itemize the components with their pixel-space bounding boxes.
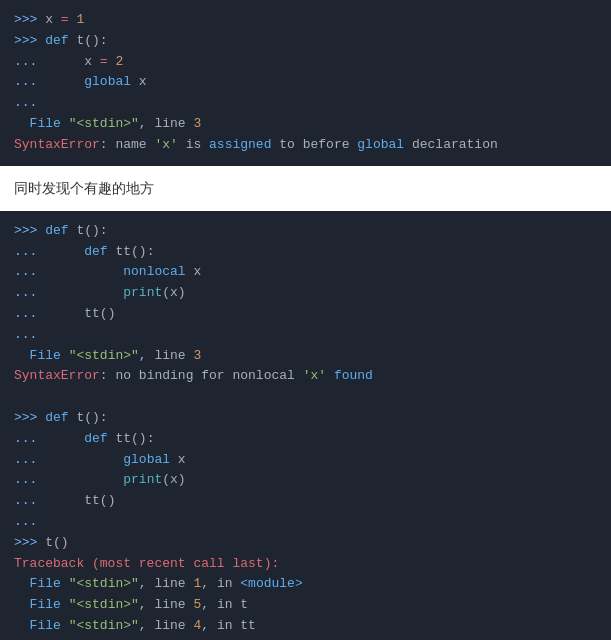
code-token: SyntaxError (14, 137, 100, 152)
code-token: t() (45, 535, 68, 550)
code-token: def (45, 410, 68, 425)
code-token: File (30, 116, 61, 131)
code-token (45, 472, 123, 487)
code-token: ... (14, 244, 45, 259)
code-token: is (178, 137, 209, 152)
code-token: "<stdin>" (69, 348, 139, 363)
code-token: 1 (69, 12, 85, 27)
code-token: Traceback (most recent call last): (14, 556, 279, 571)
code-token: , in tt (201, 618, 256, 633)
code-token: tt(): (108, 431, 155, 446)
code-token (61, 116, 69, 131)
code-token (61, 348, 69, 363)
code-token: 'x' (154, 137, 177, 152)
white-section-1: 同时发现个有趣的地方 (0, 166, 611, 211)
code-token: , line (139, 348, 194, 363)
code-block-2: >>> def t():... def tt():... nonlocal x.… (0, 211, 611, 640)
code-token: global (84, 74, 131, 89)
code-token: File (30, 618, 61, 633)
code-token: x (45, 54, 100, 69)
code-token (326, 368, 334, 383)
code-token: print (123, 472, 162, 487)
code-token (61, 618, 69, 633)
code-token: nonlocal (123, 264, 185, 279)
code-token: >>> (14, 223, 45, 238)
code-token: assigned (209, 137, 271, 152)
code-token: ... (14, 431, 45, 446)
code-token: = (61, 12, 69, 27)
code-token: 3 (193, 348, 201, 363)
code-token: : name (100, 137, 155, 152)
code-token: , line (139, 576, 194, 591)
code-token: global (123, 452, 170, 467)
code-token: ... (14, 452, 45, 467)
code-token: tt() (45, 306, 115, 321)
code-token: declaration (404, 137, 498, 152)
code-token: File (30, 348, 61, 363)
code-token: x (45, 12, 61, 27)
code-token (45, 452, 123, 467)
code-token: <module> (240, 576, 302, 591)
code-token (14, 618, 30, 633)
code-token: def (84, 244, 107, 259)
code-token: File (30, 576, 61, 591)
code-token: , line (139, 597, 194, 612)
code-token (45, 285, 123, 300)
code-token: ... (14, 264, 45, 279)
code-token (14, 597, 30, 612)
code-token: (x) (162, 472, 185, 487)
code-token: , in (201, 576, 240, 591)
code-token: def (84, 431, 107, 446)
code-token: def (45, 33, 68, 48)
code-token: to before (271, 137, 357, 152)
code-token: >>> (14, 535, 45, 550)
code-token: = (100, 54, 108, 69)
code-token: x (170, 452, 186, 467)
code-token: SyntaxError (14, 368, 100, 383)
code-token: "<stdin>" (69, 116, 139, 131)
code-token: ... (14, 95, 37, 110)
code-token: ... (14, 306, 45, 321)
code-token: ... (14, 54, 45, 69)
code-token: t(): (69, 33, 108, 48)
code-token: >>> (14, 12, 45, 27)
code-token: ... (14, 472, 45, 487)
code-token (14, 576, 30, 591)
code-token: def (45, 223, 68, 238)
code-token: ... (14, 285, 45, 300)
code-token: tt(): (108, 244, 155, 259)
code-token: tt() (45, 493, 115, 508)
code-token: t(): (69, 410, 108, 425)
code-token (14, 116, 30, 131)
code-token: , line (139, 618, 194, 633)
code-token: x (186, 264, 202, 279)
code-token: : no binding for nonlocal (100, 368, 303, 383)
code-token: "<stdin>" (69, 597, 139, 612)
code-token (45, 244, 84, 259)
code-token: found (334, 368, 373, 383)
code-token: 3 (193, 116, 201, 131)
code-token: global (357, 137, 404, 152)
code-token: (x) (162, 285, 185, 300)
code-token: x (131, 74, 147, 89)
code-token: File (30, 597, 61, 612)
code-token: ... (14, 493, 45, 508)
code-token (45, 431, 84, 446)
code-token: print (123, 285, 162, 300)
code-token: >>> (14, 33, 45, 48)
code-token: ... (14, 327, 37, 342)
code-token: "<stdin>" (69, 576, 139, 591)
code-token (61, 597, 69, 612)
code-token: >>> (14, 410, 45, 425)
code-token (45, 264, 123, 279)
code-token: , line (139, 116, 194, 131)
code-token: , in t (201, 597, 248, 612)
code-token: 2 (108, 54, 124, 69)
code-token: t(): (69, 223, 108, 238)
code-token: ... (14, 74, 45, 89)
code-token (45, 74, 84, 89)
code-token: "<stdin>" (69, 618, 139, 633)
app-container: >>> x = 1>>> def t():... x = 2... global… (0, 0, 611, 640)
code-token (14, 348, 30, 363)
code-token: ... (14, 514, 37, 529)
